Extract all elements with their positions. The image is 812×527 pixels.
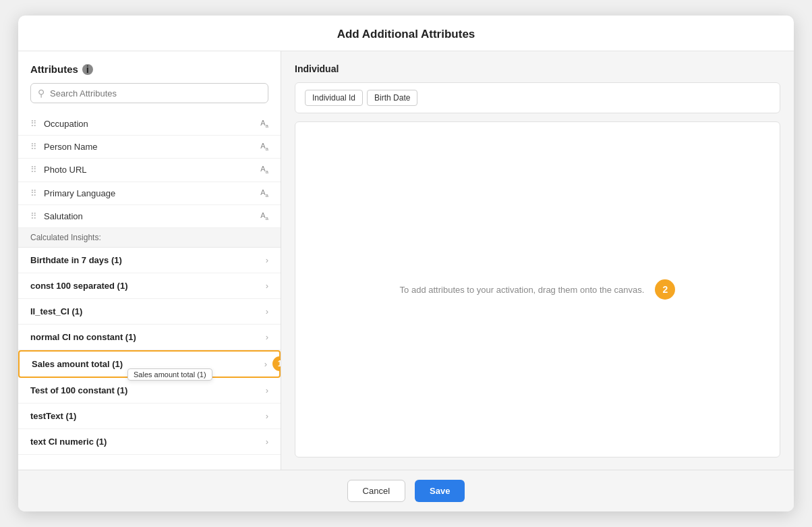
- drag-handle: ⠿: [30, 119, 37, 129]
- drag-handle: ⠿: [30, 211, 37, 221]
- ci-item-const-100-separated[interactable]: const 100 separated (1) ›: [18, 273, 281, 299]
- type-icon: Aa: [260, 211, 268, 221]
- ci-item-test-100-constant[interactable]: Test of 100 constant (1) ›: [18, 378, 281, 404]
- attr-item-occupation[interactable]: ⠿ Occupation Aa: [18, 113, 281, 136]
- attr-item-salutation[interactable]: ⠿ Salutation Aa: [18, 205, 281, 228]
- canvas-hint-area: To add attributes to your activation, dr…: [400, 279, 676, 300]
- individual-id-tag: Individual Id: [305, 90, 363, 106]
- chevron-right-icon: ›: [266, 306, 268, 316]
- step-badge: 1: [272, 356, 281, 371]
- modal-body: Attributes i ⚲ ⠿ Occupation Aa ⠿ Person …: [18, 51, 794, 470]
- ci-label: Test of 100 constant (1): [30, 385, 266, 395]
- ci-label: Birthdate in 7 days (1): [30, 255, 266, 265]
- type-icon: Aa: [260, 119, 268, 129]
- chevron-right-icon: ›: [266, 385, 268, 395]
- chevron-right-icon: ›: [264, 359, 267, 369]
- ci-item-testtext[interactable]: testText (1) ›: [18, 404, 281, 429]
- attr-label: Primary Language: [44, 188, 260, 198]
- type-icon: Aa: [260, 165, 268, 175]
- section-header: Calculated Insights:: [18, 228, 281, 248]
- ci-item-text-ci-numeric[interactable]: text CI numeric (1) ›: [18, 429, 281, 455]
- attributes-header: Attributes i: [18, 63, 281, 83]
- tooltip-label: Sales amount total (1): [127, 368, 212, 381]
- search-icon: ⚲: [38, 88, 45, 99]
- type-icon: Aa: [260, 188, 268, 198]
- drag-handle: ⠿: [30, 188, 37, 198]
- canvas-hint-text: To add attributes to your activation, dr…: [400, 285, 645, 295]
- type-icon: Aa: [260, 142, 268, 152]
- modal-footer: Cancel Save: [18, 470, 794, 511]
- cancel-button[interactable]: Cancel: [347, 480, 405, 502]
- chevron-right-icon: ›: [266, 411, 268, 421]
- modal-title: Add Additional Attributes: [34, 28, 778, 41]
- modal-header: Add Additional Attributes: [18, 16, 794, 51]
- chevron-right-icon: ›: [266, 437, 268, 447]
- ci-label: text CI numeric (1): [30, 437, 266, 447]
- ci-item-normal-ci[interactable]: normal CI no constant (1) ›: [18, 325, 281, 350]
- drag-handle: ⠿: [30, 142, 37, 152]
- drag-handle: ⠿: [30, 165, 37, 175]
- ci-label: II_test_CI (1): [30, 306, 266, 316]
- chevron-right-icon: ›: [266, 255, 268, 265]
- attr-item-primary-language[interactable]: ⠿ Primary Language Aa: [18, 182, 281, 205]
- attr-label: Person Name: [44, 142, 260, 152]
- attr-item-photo-url[interactable]: ⠿ Photo URL Aa: [18, 159, 281, 182]
- modal-container: Add Additional Attributes Attributes i ⚲…: [18, 16, 794, 511]
- canvas-badge: 2: [655, 279, 675, 300]
- ci-label: testText (1): [30, 411, 266, 421]
- birth-date-tag: Birth Date: [367, 90, 417, 106]
- ci-label: Sales amount total (1): [32, 359, 264, 369]
- attributes-heading: Attributes: [30, 63, 78, 75]
- attributes-list: ⠿ Occupation Aa ⠿ Person Name Aa ⠿ Photo…: [18, 113, 281, 470]
- ci-item-il-test-ci[interactable]: II_test_CI (1) ›: [18, 299, 281, 325]
- ci-item-sales-amount-total[interactable]: Sales amount total (1) ›1Sales amount to…: [18, 350, 281, 378]
- ci-item-birthdate-7days[interactable]: Birthdate in 7 days (1) ›: [18, 248, 281, 273]
- chevron-right-icon: ›: [266, 281, 268, 291]
- right-panel-title: Individual: [295, 63, 780, 74]
- left-panel: Attributes i ⚲ ⠿ Occupation Aa ⠿ Person …: [18, 51, 281, 470]
- canvas-area[interactable]: To add attributes to your activation, dr…: [295, 121, 780, 457]
- search-input[interactable]: [50, 88, 261, 99]
- info-icon[interactable]: i: [82, 64, 93, 75]
- chevron-right-icon: ›: [266, 332, 268, 342]
- attr-item-person-name[interactable]: ⠿ Person Name Aa: [18, 136, 281, 159]
- ci-label: const 100 separated (1): [30, 281, 266, 291]
- attr-label: Photo URL: [44, 165, 260, 175]
- save-button[interactable]: Save: [415, 480, 465, 502]
- tags-row: Individual Id Birth Date: [295, 82, 780, 113]
- attr-label: Occupation: [44, 119, 260, 129]
- right-panel: Individual Individual Id Birth Date To a…: [281, 51, 794, 470]
- attr-label: Salutation: [44, 211, 260, 221]
- ci-label: normal CI no constant (1): [30, 332, 266, 342]
- search-box[interactable]: ⚲: [30, 83, 268, 103]
